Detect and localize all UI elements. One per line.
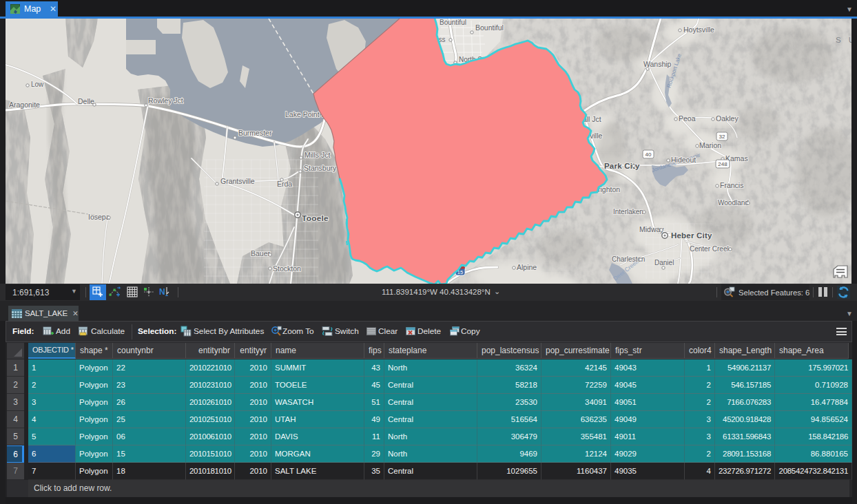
svg-text:248: 248 <box>718 161 727 167</box>
svg-text:Francis: Francis <box>720 181 743 189</box>
svg-text:Hideout: Hideout <box>671 156 696 164</box>
svg-text:Bountiful: Bountiful <box>440 19 466 26</box>
svg-text:Burmester: Burmester <box>238 129 272 137</box>
svg-text:Wanship: Wanship <box>643 60 672 68</box>
svg-text:Erda: Erda <box>277 180 292 188</box>
svg-text:Aragonite: Aragonite <box>9 101 40 109</box>
svg-text:Tooele: Tooele <box>302 213 329 223</box>
svg-text:Iosepa: Iosepa <box>88 213 110 221</box>
svg-text:Daniel: Daniel <box>654 259 674 266</box>
svg-text:40: 40 <box>646 151 652 158</box>
svg-text:Alpine: Alpine <box>517 263 537 271</box>
svg-text:Delle: Delle <box>78 97 94 105</box>
svg-text:Interlaken: Interlaken <box>613 208 643 216</box>
svg-text:Woodland: Woodland <box>718 199 749 207</box>
svg-text:Rowley Jct: Rowley Jct <box>148 96 183 105</box>
svg-text:Low: Low <box>31 81 44 88</box>
svg-text:Mills Jct: Mills Jct <box>304 151 330 159</box>
svg-text:Stockton: Stockton <box>273 264 301 273</box>
svg-text:Heber City: Heber City <box>671 231 712 240</box>
svg-text:Center Creek: Center Creek <box>690 245 731 253</box>
svg-text:Bountiful: Bountiful <box>475 23 504 32</box>
svg-text:S U: S U <box>836 36 851 44</box>
svg-text:Hoytsville: Hoytsville <box>683 25 714 34</box>
svg-text:N: N <box>159 287 165 297</box>
svg-text:Bauer: Bauer <box>251 249 271 258</box>
svg-text:Oakley: Oakley <box>716 114 739 123</box>
svg-text:Peoa: Peoa <box>679 114 696 123</box>
svg-text:32: 32 <box>719 134 725 140</box>
svg-text:Grantsville: Grantsville <box>220 177 255 185</box>
svg-text:Marion: Marion <box>699 141 721 149</box>
